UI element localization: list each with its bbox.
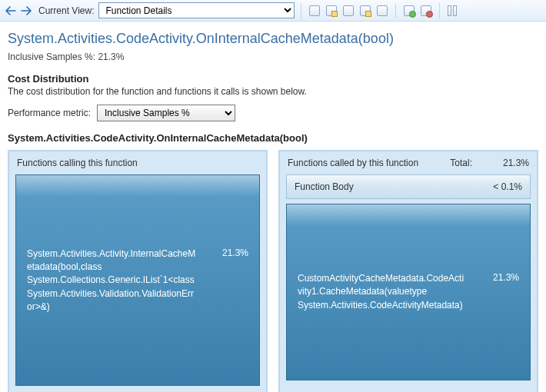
toolbar: Current View: Function Details xyxy=(0,0,546,22)
callers-panel-header: Functions calling this function xyxy=(11,153,265,174)
metric-row: Performance metric: Inclusive Samples % xyxy=(8,105,538,121)
caller-block[interactable]: System.Activities.Activity.InternalCache… xyxy=(15,174,260,386)
forward-button[interactable] xyxy=(20,5,32,17)
block-shine xyxy=(16,175,259,197)
callees-panel-header: Functions called by this function Total:… xyxy=(281,153,535,174)
toolbar-action-5[interactable] xyxy=(375,4,389,18)
back-button[interactable] xyxy=(5,5,17,17)
performance-metric-label: Performance metric: xyxy=(8,108,91,118)
cost-distribution-heading: Cost Distribution xyxy=(8,73,538,85)
total-label: Total: xyxy=(450,158,472,168)
toolbar-columns-button[interactable] xyxy=(446,4,460,18)
total-percent: 21.3% xyxy=(503,158,529,168)
function-body-percent: < 0.1% xyxy=(493,181,522,192)
function-title: System.Activities.CodeActivity.OnInterna… xyxy=(8,31,538,47)
toolbar-separator xyxy=(301,3,301,18)
toolbar-separator xyxy=(395,3,396,18)
current-view-label: Current View: xyxy=(38,5,94,16)
content-area: System.Activities.CodeActivity.OnInterna… xyxy=(0,22,546,392)
block-shine xyxy=(287,204,530,226)
toolbar-separator xyxy=(439,3,440,18)
callees-header-label: Functions called by this function xyxy=(288,158,418,168)
toolbar-action-1[interactable] xyxy=(308,4,321,18)
caller-percent: 21.3% xyxy=(222,247,248,257)
toolbar-action-2[interactable] xyxy=(325,4,338,18)
panels-row: Functions calling this function System.A… xyxy=(8,150,538,392)
toolbar-action-6[interactable] xyxy=(402,4,416,18)
callee-percent: 21.3% xyxy=(493,272,519,283)
function-body-row[interactable]: Function Body < 0.1% xyxy=(286,174,531,199)
callee-block[interactable]: CustomActivityCacheMetadata.CodeActivity… xyxy=(286,204,531,380)
callers-panel: Functions calling this function System.A… xyxy=(8,150,268,392)
function-name-bold: System.Activities.CodeActivity.OnInterna… xyxy=(8,132,538,144)
toolbar-action-7[interactable] xyxy=(419,4,433,18)
toolbar-action-4[interactable] xyxy=(358,4,372,18)
cost-distribution-desc: The cost distribution for the function a… xyxy=(8,86,538,97)
toolbar-action-3[interactable] xyxy=(341,4,355,18)
caller-function-name: System.Activities.Activity.InternalCache… xyxy=(27,247,196,314)
current-view-select[interactable]: Function Details xyxy=(98,2,295,18)
inclusive-samples-line: Inclusive Samples %: 21.3% xyxy=(8,51,538,62)
function-body-label: Function Body xyxy=(295,181,354,192)
callees-panel: Functions called by this function Total:… xyxy=(278,150,538,392)
callers-header-label: Functions calling this function xyxy=(17,158,138,168)
performance-metric-select[interactable]: Inclusive Samples % xyxy=(97,105,235,121)
callee-function-name: CustomActivityCacheMetadata.CodeActivity… xyxy=(298,272,467,312)
